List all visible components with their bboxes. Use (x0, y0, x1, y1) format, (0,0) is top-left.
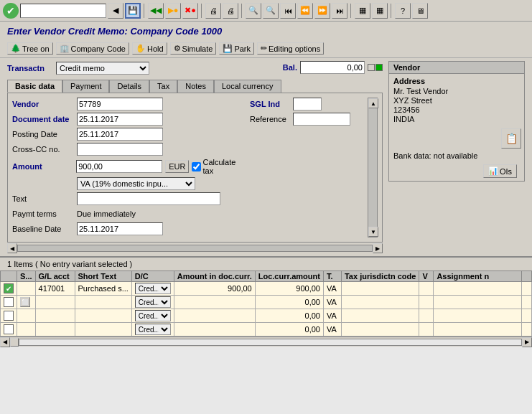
row1-amount[interactable]: 900,00 (174, 282, 255, 296)
find2-icon[interactable]: 🔍 (263, 3, 279, 19)
row4-dc[interactable]: Cred... (131, 323, 174, 337)
h-scroll-track[interactable] (17, 245, 373, 252)
find-icon[interactable]: 🔍 (246, 3, 261, 19)
tab-form-left: Vendor Document date Posting Date (12, 98, 247, 237)
save-button[interactable]: 💾 (125, 3, 141, 19)
row1-dc[interactable]: Cred... (131, 282, 174, 296)
amount-input[interactable] (76, 160, 162, 173)
first-icon[interactable]: ⏮ (280, 3, 296, 19)
tab-payment[interactable]: Payment (62, 80, 109, 93)
row2-tax: VA (323, 296, 341, 309)
row2-short-text[interactable] (75, 296, 131, 309)
scroll-down-icon[interactable]: ▼ (368, 227, 378, 237)
tab-tax[interactable]: Tax (149, 80, 177, 93)
sgl-input[interactable] (293, 98, 322, 110)
tab-basic-data[interactable]: Basic data (7, 80, 62, 93)
items-scroll-box[interactable] (10, 338, 19, 347)
stop-icon[interactable]: ✖● (182, 3, 198, 19)
hold-button[interactable]: ✋ Hold (132, 42, 167, 55)
row4-assignment[interactable] (434, 323, 522, 337)
row2-amount[interactable] (174, 296, 255, 309)
help-icon[interactable]: ? (395, 3, 411, 19)
row1-tax-jur[interactable] (341, 282, 419, 296)
form-scrollbar[interactable]: ▲ ▼ (368, 98, 378, 237)
print2-icon[interactable]: 🖨 (223, 3, 238, 19)
ois-button[interactable]: 📊 OIs (483, 164, 517, 178)
view1-icon[interactable]: ▦ (355, 3, 370, 19)
park-button[interactable]: 💾 Park (219, 42, 254, 55)
vendor-input[interactable] (77, 98, 163, 110)
row1-gl[interactable]: 417001 (35, 282, 75, 296)
company-code-button[interactable]: 🏢 Company Code (56, 42, 129, 55)
row4-gl[interactable] (35, 323, 75, 337)
command-input[interactable] (20, 4, 106, 18)
row2-tax-jur[interactable] (341, 296, 419, 309)
row2-gl[interactable] (35, 296, 75, 309)
sgl-label: SGL Ind (250, 100, 293, 108)
next-icon[interactable]: ⏩ (314, 3, 330, 19)
row4-dc-select[interactable]: Cred... (135, 324, 171, 335)
nav-left-icon[interactable]: ◀ (108, 3, 123, 19)
prev-icon[interactable]: ⏪ (297, 3, 313, 19)
forward-icon[interactable]: ▶● (165, 3, 181, 19)
scroll-right-icon[interactable]: ▶ (373, 243, 383, 253)
row4-end (522, 323, 532, 337)
reference-input[interactable] (293, 113, 350, 126)
row2-status-icon[interactable]: ⬜ (20, 297, 30, 307)
doc-date-input[interactable] (77, 113, 163, 126)
row3-gl[interactable] (35, 309, 75, 323)
baseline-date-input[interactable] (77, 222, 163, 235)
paymt-terms-label: Paymt terms (12, 210, 77, 218)
currency-button[interactable]: EUR (165, 160, 189, 173)
bal-input[interactable]: 0,00 (300, 61, 365, 74)
va-select[interactable]: VA (19% domestic inpu... (77, 177, 195, 190)
tab-local-currency[interactable]: Local currency (214, 80, 281, 93)
simulate-button[interactable]: ⚙ Simulate (170, 42, 217, 55)
items-scroll-right-icon[interactable]: ▶ (522, 337, 532, 347)
table-header-row: S... G/L acct Short Text D/C Amount in d… (1, 271, 532, 282)
row3-short-text[interactable] (75, 309, 131, 323)
last-icon[interactable]: ⏭ (332, 3, 347, 19)
cross-cc-label: Cross-CC no. (12, 145, 77, 154)
posting-date-input[interactable] (77, 128, 163, 141)
scroll-up-icon[interactable]: ▲ (368, 98, 378, 108)
tab-details[interactable]: Details (109, 80, 149, 93)
row3-assignment[interactable] (434, 309, 522, 323)
transactn-select[interactable]: Credit memo (56, 62, 149, 75)
view2-icon[interactable]: ▦ (372, 3, 388, 19)
row4-tax-jur[interactable] (341, 323, 419, 337)
tab-notes[interactable]: Notes (177, 80, 214, 93)
row3-tax-jur[interactable] (341, 309, 419, 323)
cross-cc-input[interactable] (77, 143, 163, 156)
row1-short-text[interactable]: Purchased s... (75, 282, 131, 296)
row1-dc-select[interactable]: Cred... (135, 283, 171, 294)
separator5 (391, 4, 392, 18)
row2-dc[interactable]: Cred... (131, 296, 174, 309)
row3-dc-select[interactable]: Cred... (135, 310, 171, 321)
row3-dc[interactable]: Cred... (131, 309, 174, 323)
separator2 (201, 4, 202, 18)
tree-on-button[interactable]: 🌲 Tree on (7, 42, 53, 55)
row2-assignment[interactable] (434, 296, 522, 309)
editing-options-button[interactable]: ✏ Editing options (257, 42, 324, 55)
monitor-icon[interactable]: 🖥 (412, 3, 428, 19)
calc-tax-checkbox[interactable] (192, 162, 201, 171)
text-input[interactable] (77, 192, 220, 205)
row1-status (17, 282, 36, 296)
row1-assignment[interactable] (434, 282, 522, 296)
items-header: 1 Items ( No entry variant selected ) (0, 258, 532, 270)
print-icon[interactable]: 🖨 (205, 3, 221, 19)
scroll-left-icon[interactable]: ◀ (7, 243, 17, 253)
items-scroll-track[interactable] (19, 339, 522, 346)
items-scroll-left-icon[interactable]: ◀ (0, 337, 10, 347)
items-table: S... G/L acct Short Text D/C Amount in d… (0, 270, 532, 337)
row3-amount[interactable] (174, 309, 255, 323)
check-icon[interactable]: ✔ (3, 3, 19, 19)
vendor-detail-icon[interactable]: 📋 (501, 128, 521, 149)
items-table-wrap: S... G/L acct Short Text D/C Amount in d… (0, 270, 532, 337)
row4-amount[interactable] (174, 323, 255, 337)
row2-dc-select[interactable]: Cred... (135, 296, 171, 308)
back-icon[interactable]: ◀◀ (148, 3, 164, 19)
vendor-street: XYZ Street (393, 96, 520, 105)
row4-short-text[interactable] (75, 323, 131, 337)
